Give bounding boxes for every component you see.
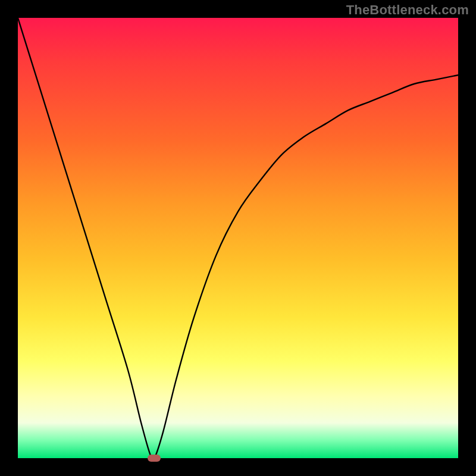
- curve-path: [18, 18, 458, 458]
- chart-frame: TheBottleneck.com: [0, 0, 476, 476]
- plot-area: [18, 18, 458, 458]
- watermark-text: TheBottleneck.com: [346, 2, 469, 18]
- minimum-marker: [148, 455, 161, 462]
- bottleneck-curve: [18, 18, 458, 458]
